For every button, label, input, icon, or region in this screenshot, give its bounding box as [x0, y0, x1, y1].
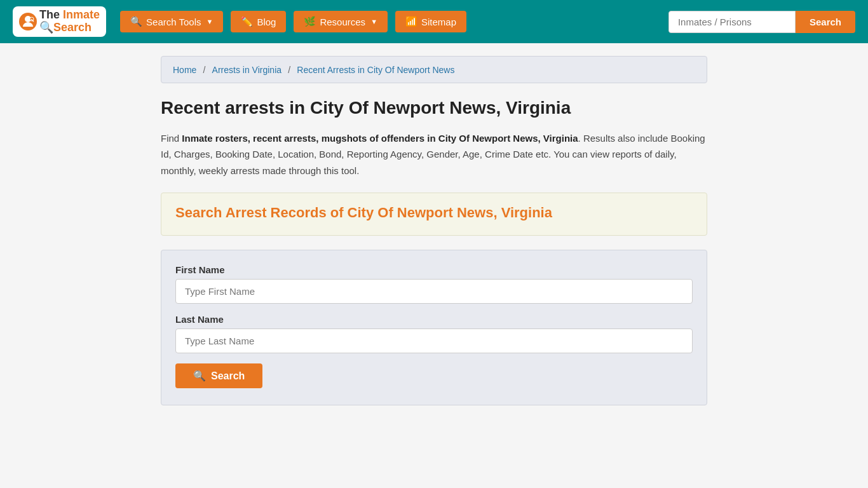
main-content: Home / Arrests in Virginia / Recent Arre… — [148, 43, 720, 418]
blog-button[interactable]: ✏️ Blog — [231, 11, 286, 32]
header-search-btn-label: Search — [810, 17, 841, 27]
search-submit-icon: 🔍 — [193, 370, 206, 382]
search-tools-label: Search Tools — [146, 17, 201, 27]
last-name-input[interactable] — [175, 329, 693, 353]
resources-icon: 🌿 — [304, 16, 316, 27]
blog-icon: ✏️ — [241, 16, 253, 27]
logo-area: The Inmate 🔍Search — [13, 6, 106, 37]
logo-box: The Inmate 🔍Search — [13, 6, 106, 37]
sitemap-icon: 📶 — [405, 16, 417, 27]
first-name-input[interactable] — [175, 279, 693, 304]
page-description: Find Inmate rosters, recent arrests, mug… — [161, 130, 707, 179]
resources-label: Resources — [320, 17, 365, 27]
search-submit-label: Search — [211, 370, 245, 382]
description-bold: Inmate rosters, recent arrests, mugshots… — [182, 133, 578, 144]
search-form-area: First Name Last Name 🔍 Search — [161, 250, 707, 405]
chevron-down-icon: ▼ — [207, 18, 214, 25]
header-search-button[interactable]: Search — [796, 11, 855, 33]
chevron-down-icon-resources: ▼ — [370, 18, 377, 25]
breadcrumb-home[interactable]: Home — [173, 65, 196, 75]
breadcrumb-sep-1: / — [203, 65, 206, 75]
site-header: The Inmate 🔍Search 🔍 Search Tools ▼ ✏️ B… — [0, 0, 868, 43]
search-tools-icon: 🔍 — [130, 16, 142, 27]
breadcrumb-recent-arrests[interactable]: Recent Arrests in City Of Newport News — [297, 65, 454, 75]
logo-icon — [19, 13, 37, 30]
search-tools-button[interactable]: 🔍 Search Tools ▼ — [120, 11, 223, 32]
sitemap-button[interactable]: 📶 Sitemap — [395, 11, 466, 32]
search-section-title: Search Arrest Records of City Of Newport… — [175, 205, 693, 221]
breadcrumb: Home / Arrests in Virginia / Recent Arre… — [161, 56, 707, 83]
search-submit-button[interactable]: 🔍 Search — [175, 363, 262, 388]
breadcrumb-arrests-virginia[interactable]: Arrests in Virginia — [212, 65, 281, 75]
first-name-group: First Name — [175, 264, 693, 304]
last-name-label: Last Name — [175, 314, 693, 325]
last-name-group: Last Name — [175, 314, 693, 353]
page-title: Recent arrests in City Of Newport News, … — [161, 97, 707, 119]
breadcrumb-sep-2: / — [288, 65, 290, 75]
header-search-area: Search — [668, 11, 855, 33]
header-search-input[interactable] — [668, 11, 796, 33]
description-prefix: Find — [161, 133, 182, 144]
sitemap-label: Sitemap — [421, 17, 456, 27]
search-section: Search Arrest Records of City Of Newport… — [161, 193, 707, 236]
blog-label: Blog — [257, 17, 276, 27]
logo-text-area: The Inmate 🔍Search — [39, 9, 100, 34]
first-name-label: First Name — [175, 264, 693, 275]
resources-button[interactable]: 🌿 Resources ▼ — [294, 11, 388, 32]
